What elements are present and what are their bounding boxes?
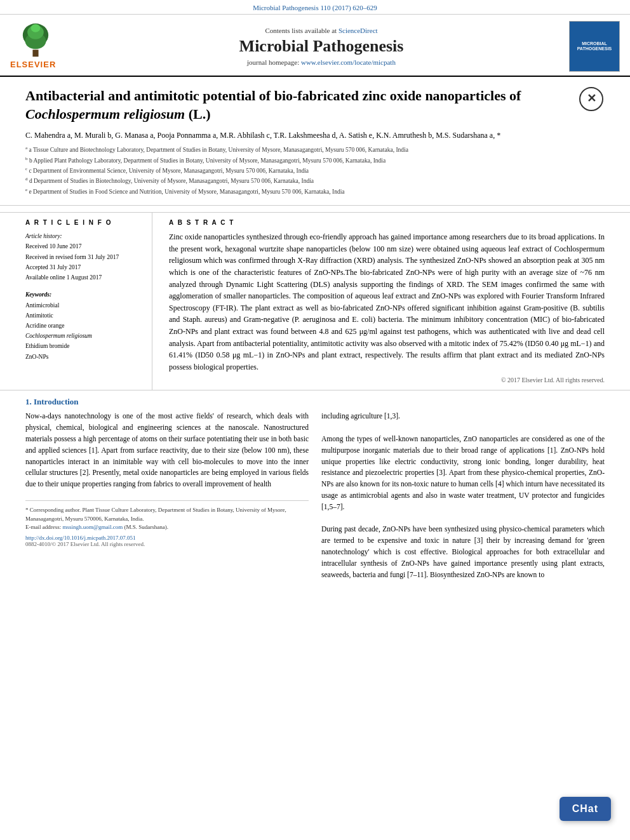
- keywords-section: Keywords: Antimicrobial Antimitotic Acri…: [25, 291, 145, 362]
- abstract-text: Zinc oxide nanoparticles synthesized thr…: [169, 231, 605, 373]
- keyword-1: Antimicrobial: [25, 300, 145, 310]
- homepage-line: journal homepage: www.elsevier.com/locat…: [80, 58, 563, 66]
- science-direct-link[interactable]: ScienceDirect: [338, 27, 378, 34]
- affiliation-e: e e Department of Studies in Food Scienc…: [25, 187, 605, 196]
- received-revised-date: Received in revised form 31 July 2017: [25, 252, 145, 262]
- page: Microbial Pathogenesis 110 (2017) 620–62…: [0, 0, 630, 592]
- article-info-column: A R T I C L E I N F O Article history: R…: [13, 213, 152, 390]
- issn-line: 0882-4010/© 2017 Elsevier Ltd. All right…: [25, 541, 309, 547]
- body-content: 1. Introduction Now-a-days nanotechnolog…: [0, 390, 630, 592]
- available-date: Available online 1 August 2017: [25, 272, 145, 283]
- received-date: Received 10 June 2017: [25, 241, 145, 251]
- keyword-5: Ethidium bromide: [25, 341, 145, 351]
- svg-rect-0: [32, 50, 38, 57]
- introduction-right: including agriculture [1,3]. Among the t…: [321, 411, 605, 585]
- affiliation-b: b b Applied Plant Pathology Laboratory, …: [25, 156, 605, 165]
- elsevier-tree-icon: [10, 23, 61, 58]
- article-history: Article history: Received 10 June 2017 R…: [25, 231, 145, 283]
- introduction-body: Now-a-days nanotechnology is one of the …: [25, 411, 605, 585]
- article-info-abstract: A R T I C L E I N F O Article history: R…: [0, 212, 630, 390]
- article-info-heading: A R T I C L E I N F O: [25, 219, 145, 226]
- footnote-email: E-mail address: mssingh.uom@gmail.com (M…: [25, 523, 309, 532]
- introduction-left: Now-a-days nanotechnology is one of the …: [25, 411, 309, 585]
- introduction-title: 1. Introduction: [25, 397, 605, 407]
- accepted-date: Accepted 31 July 2017: [25, 262, 145, 272]
- introduction-left-text: Now-a-days nanotechnology is one of the …: [25, 411, 309, 490]
- elsevier-wordmark: ELSEVIER: [10, 60, 56, 69]
- keywords-label: Keywords:: [25, 291, 145, 298]
- doi-link[interactable]: http://dx.doi.org/10.1016/j.micpath.2017…: [25, 535, 136, 541]
- chat-button[interactable]: CHat: [560, 797, 611, 821]
- article-title: Antibacterial and antimitotic potential …: [25, 87, 605, 123]
- abstract-heading: A B S T R A C T: [169, 219, 605, 226]
- introduction-right-text: including agriculture [1,3]. Among the t…: [321, 411, 605, 580]
- abstract-column: A B S T R A C T Zinc oxide nanoparticles…: [163, 213, 617, 390]
- svg-point-4: [31, 24, 41, 32]
- journal-title: Microbial Pathogenesis: [80, 37, 563, 56]
- top-bar: Microbial Pathogenesis 110 (2017) 620–62…: [0, 0, 630, 15]
- journal-header: ELSEVIER Contents lists available at Sci…: [0, 15, 630, 77]
- authors: C. Mahendra a, M. Murali b, G. Manasa a,…: [25, 130, 605, 141]
- crossmark-badge: ✕: [579, 87, 605, 112]
- email-link[interactable]: mssingh.uom@gmail.com: [62, 524, 123, 530]
- affiliation-d: d d Department of Studies in Biotechnolo…: [25, 176, 605, 185]
- copyright-line: © 2017 Elsevier Ltd. All rights reserved…: [169, 377, 605, 383]
- journal-cover: MICROBIAL PATHOGENESIS: [569, 21, 620, 72]
- header-left: ELSEVIER: [10, 23, 80, 69]
- crossmark-icon: ✕: [579, 87, 603, 111]
- affiliation-a: a a Tissue Culture and Biotechnology Lab…: [25, 145, 605, 154]
- keyword-3: Acridine orange: [25, 321, 145, 331]
- article-header: Antibacterial and antimitotic potential …: [0, 77, 630, 206]
- journal-cover-title: MICROBIAL PATHOGENESIS: [570, 41, 619, 52]
- header-center: Contents lists available at ScienceDirec…: [80, 27, 563, 66]
- science-direct-line: Contents lists available at ScienceDirec…: [80, 27, 563, 34]
- keyword-4: Cochlospermum religiosum: [25, 331, 145, 341]
- doi-line: http://dx.doi.org/10.1016/j.micpath.2017…: [25, 535, 309, 541]
- keyword-2: Antimitotic: [25, 310, 145, 321]
- footnote-section: * Corresponding author. Plant Tissue Cul…: [25, 500, 309, 532]
- journal-citation: Microbial Pathogenesis 110 (2017) 620–62…: [253, 4, 377, 11]
- homepage-link[interactable]: www.elsevier.com/locate/micpath: [301, 58, 396, 66]
- keyword-list: Antimicrobial Antimitotic Acridine orang…: [25, 300, 145, 362]
- affiliation-c: c c Department of Environmental Science,…: [25, 166, 605, 175]
- affiliations: a a Tissue Culture and Biotechnology Lab…: [25, 145, 605, 196]
- elsevier-logo: ELSEVIER: [10, 23, 80, 69]
- keyword-6: ZnO-NPs: [25, 352, 145, 362]
- footnote-corresponding: * Corresponding author. Plant Tissue Cul…: [25, 506, 309, 523]
- header-right: MICROBIAL PATHOGENESIS: [563, 21, 620, 72]
- history-label: Article history:: [25, 231, 145, 241]
